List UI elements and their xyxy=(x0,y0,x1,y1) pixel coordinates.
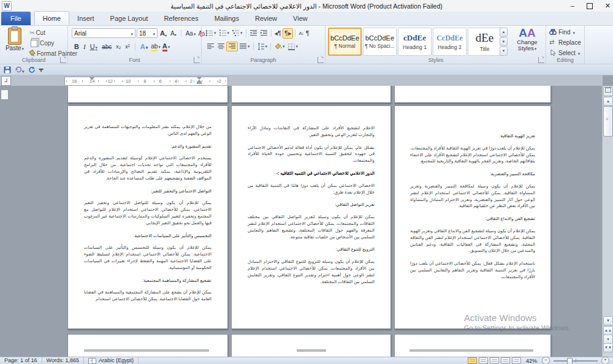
save-icon[interactable] xyxy=(4,66,11,74)
grow-font-button[interactable]: A▴ xyxy=(159,29,168,37)
show-hide-paragraph-marks-button[interactable]: ¶ xyxy=(305,29,311,37)
zoom-out-button[interactable]: − xyxy=(542,357,550,364)
page-top-left[interactable] xyxy=(67,334,228,357)
select-browse-object-button[interactable]: ● xyxy=(603,335,613,344)
line-spacing-button[interactable] xyxy=(256,42,269,51)
zoom-slider[interactable] xyxy=(554,360,598,362)
editing-group: Find Replace Select Editing xyxy=(546,26,585,64)
bullets-button[interactable] xyxy=(204,29,218,37)
paragraph-dialog-launcher[interactable] xyxy=(318,57,324,63)
align-right-button[interactable] xyxy=(226,42,238,51)
page-bottom-right[interactable] xyxy=(394,86,551,103)
styles-dialog-launcher[interactable] xyxy=(538,57,544,63)
increase-indent-button[interactable] xyxy=(259,29,269,37)
outline-view-button[interactable] xyxy=(501,357,510,364)
style-card[interactable]: bCcDdEe ¶ Normal xyxy=(328,28,362,56)
center-button[interactable] xyxy=(216,42,226,51)
replace-button[interactable]: Replace xyxy=(549,39,581,46)
paragraph: تقديم المشورة والدعم: xyxy=(84,143,211,150)
zoom-level[interactable]: 42% xyxy=(526,358,537,364)
select-button[interactable]: Select xyxy=(549,49,580,56)
decrease-indent-button[interactable] xyxy=(248,29,259,37)
ruler-toggle-button[interactable] xyxy=(603,87,613,96)
bold-button[interactable]: B xyxy=(73,43,80,50)
draft-view-button[interactable] xyxy=(512,357,521,364)
document-page-1[interactable]: من خلال الإعلام، يمكنه نشر المعلومات وال… xyxy=(67,105,228,329)
scroll-down-arrow[interactable]: ▼ xyxy=(603,316,613,325)
clipboard-dialog-launcher[interactable] xyxy=(60,57,66,63)
highlight-color-button[interactable]: ab xyxy=(151,42,161,51)
horizontal-ruler[interactable]: 161412108642 2 xyxy=(64,77,228,86)
document-page-3[interactable]: تعزيز الهوية الثقافية:يمكن للإعلام أن يل… xyxy=(394,105,551,329)
change-case-button[interactable]: Aa xyxy=(185,30,197,37)
previous-page-button[interactable]: ▲▲ xyxy=(603,326,613,335)
ribbon-tab[interactable]: File xyxy=(1,12,31,25)
right-to-left-direction-button[interactable]: ¶▸ xyxy=(283,28,293,39)
ribbon-tab[interactable]: Home xyxy=(34,11,69,25)
paste-button[interactable]: Paste xyxy=(4,28,26,57)
styles-scroll-up-button[interactable]: ▲ xyxy=(500,28,508,37)
web-layout-view-button[interactable] xyxy=(490,357,499,364)
vertical-ruler-top[interactable] xyxy=(1,89,9,100)
justify-button[interactable] xyxy=(238,42,251,51)
ribbon-tab[interactable]: Page Layout xyxy=(102,12,156,25)
ribbon-tab[interactable]: Insert xyxy=(69,12,102,25)
page-bottom-left[interactable] xyxy=(67,86,228,103)
sort-button[interactable]: A↓ xyxy=(297,30,304,37)
scrollbar-thumb[interactable] xyxy=(603,106,613,137)
repeat-icon[interactable] xyxy=(28,66,36,74)
minimize-button[interactable]: – xyxy=(571,0,574,12)
tab-stop-selector[interactable]: L xyxy=(1,76,11,86)
change-styles-button[interactable]: AA Change Styles xyxy=(511,27,543,52)
styles-more-button[interactable]: ▼ xyxy=(500,47,508,56)
ribbon-tab[interactable]: Mailings xyxy=(207,12,247,25)
maximize-button[interactable] xyxy=(587,3,593,9)
find-button[interactable]: Find xyxy=(549,28,575,36)
page-top-right[interactable] xyxy=(394,334,551,357)
fullscreen-reading-view-button[interactable] xyxy=(479,357,488,364)
numbering-button[interactable] xyxy=(218,29,231,37)
superscript-button[interactable]: x² xyxy=(124,44,131,50)
style-card[interactable]: CcDdEe Heading 2 xyxy=(433,28,466,56)
borders-button[interactable] xyxy=(286,42,300,51)
font-color-button[interactable]: A xyxy=(162,42,170,51)
ribbon-tab[interactable]: View xyxy=(285,12,316,25)
multilevel-list-button[interactable] xyxy=(230,29,244,37)
page-top-middle[interactable] xyxy=(231,334,391,357)
language-indicator[interactable]: Arabic (Egypt) xyxy=(84,357,139,364)
page-bottom-middle[interactable] xyxy=(231,86,391,103)
word-count[interactable]: Words: 1,865 xyxy=(42,357,84,364)
paste-dropdown-icon[interactable] xyxy=(21,45,25,51)
document-page-2[interactable]: الاعلام لتشجيع الأفراد على المشاركة في ا… xyxy=(231,105,391,329)
style-card[interactable]: dEe Title xyxy=(468,28,501,56)
shrink-font-button[interactable]: A▾ xyxy=(169,30,178,37)
vertical-scrollbar[interactable]: ▲ ▼ ▲▲ ● ▼▼ xyxy=(602,86,613,357)
strikethrough-button[interactable]: abc xyxy=(101,44,113,50)
align-left-button[interactable] xyxy=(205,42,216,51)
ribbon-tab[interactable]: Review xyxy=(247,12,285,25)
first-line-indent-marker[interactable] xyxy=(89,77,94,80)
subscript-button[interactable]: x₂ xyxy=(115,44,122,50)
zoom-slider-thumb[interactable] xyxy=(567,358,573,364)
underline-button[interactable]: U xyxy=(89,43,99,50)
style-card[interactable]: bCcDdEe ¶ No Spaci... xyxy=(363,28,397,56)
customize-qat-button[interactable]: ▬▾ xyxy=(39,67,44,72)
font-family-select[interactable]: Arial xyxy=(72,28,135,38)
close-button[interactable]: ✕ xyxy=(605,0,611,12)
page-indicator[interactable]: Page: 1 of 16 xyxy=(0,357,42,364)
styles-scroll-down-button[interactable]: ▼ xyxy=(500,37,508,47)
next-page-button[interactable]: ▼▼ xyxy=(603,343,613,352)
left-to-right-direction-button[interactable]: ◂¶ xyxy=(273,29,283,38)
indent-marker[interactable] xyxy=(197,77,202,85)
ribbon-tab[interactable]: References xyxy=(156,12,206,25)
italic-button[interactable]: I xyxy=(82,43,87,50)
font-dialog-launcher[interactable] xyxy=(194,57,200,63)
print-layout-view-button[interactable] xyxy=(468,357,477,364)
undo-button[interactable] xyxy=(15,66,25,74)
zoom-in-button[interactable]: + xyxy=(601,357,609,364)
shading-button[interactable] xyxy=(273,42,286,51)
scroll-up-arrow[interactable]: ▲ xyxy=(603,97,613,106)
font-size-select[interactable]: 18 xyxy=(137,28,158,38)
style-card[interactable]: cDdEe Heading 1 xyxy=(398,28,432,56)
text-effects-button[interactable]: A xyxy=(139,43,149,50)
